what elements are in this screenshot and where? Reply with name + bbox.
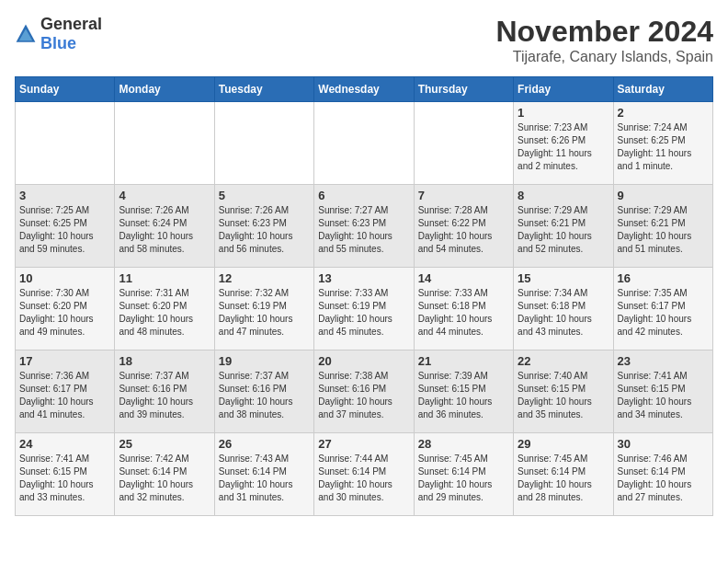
- day-info: Sunrise: 7:40 AM Sunset: 6:15 PM Dayligh…: [518, 370, 609, 421]
- weekday-header-wednesday: Wednesday: [314, 77, 414, 102]
- page-header: General Blue November 2024 Tijarafe, Can…: [15, 15, 713, 65]
- weekday-header-monday: Monday: [115, 77, 214, 102]
- day-number: 30: [618, 437, 709, 451]
- weekday-header-saturday: Saturday: [613, 77, 712, 102]
- calendar-cell: 19Sunrise: 7:37 AM Sunset: 6:16 PM Dayli…: [214, 350, 313, 433]
- calendar-cell: 17Sunrise: 7:36 AM Sunset: 6:17 PM Dayli…: [16, 350, 115, 433]
- logo: General Blue: [15, 15, 102, 53]
- calendar-cell: 28Sunrise: 7:45 AM Sunset: 6:14 PM Dayli…: [414, 433, 513, 516]
- day-info: Sunrise: 7:39 AM Sunset: 6:15 PM Dayligh…: [418, 370, 509, 421]
- day-number: 18: [119, 354, 210, 368]
- calendar-week-5: 24Sunrise: 7:41 AM Sunset: 6:15 PM Dayli…: [16, 433, 713, 516]
- calendar-week-1: 1Sunrise: 7:23 AM Sunset: 6:26 PM Daylig…: [16, 102, 713, 185]
- day-info: Sunrise: 7:25 AM Sunset: 6:25 PM Dayligh…: [19, 204, 110, 256]
- calendar-cell: 5Sunrise: 7:26 AM Sunset: 6:23 PM Daylig…: [214, 185, 313, 268]
- calendar-cell: 12Sunrise: 7:32 AM Sunset: 6:19 PM Dayli…: [214, 268, 313, 350]
- calendar-cell: 30Sunrise: 7:46 AM Sunset: 6:14 PM Dayli…: [613, 433, 712, 516]
- calendar-table: SundayMondayTuesdayWednesdayThursdayFrid…: [15, 76, 713, 516]
- day-info: Sunrise: 7:33 AM Sunset: 6:18 PM Dayligh…: [418, 287, 509, 339]
- calendar-cell: 4Sunrise: 7:26 AM Sunset: 6:24 PM Daylig…: [115, 185, 214, 268]
- day-info: Sunrise: 7:45 AM Sunset: 6:14 PM Dayligh…: [518, 453, 609, 504]
- day-number: 4: [119, 189, 210, 202]
- day-info: Sunrise: 7:41 AM Sunset: 6:15 PM Dayligh…: [19, 453, 110, 504]
- calendar-cell: 21Sunrise: 7:39 AM Sunset: 6:15 PM Dayli…: [414, 350, 513, 433]
- day-number: 27: [318, 437, 409, 451]
- day-number: 19: [219, 354, 310, 368]
- day-number: 20: [318, 354, 409, 368]
- day-number: 13: [318, 271, 409, 285]
- day-number: 14: [418, 271, 509, 285]
- day-info: Sunrise: 7:42 AM Sunset: 6:14 PM Dayligh…: [119, 453, 210, 504]
- logo-text-blue: Blue: [40, 34, 76, 52]
- calendar-cell: 7Sunrise: 7:28 AM Sunset: 6:22 PM Daylig…: [414, 185, 513, 268]
- day-info: Sunrise: 7:41 AM Sunset: 6:15 PM Dayligh…: [618, 370, 709, 421]
- day-number: 15: [518, 271, 609, 285]
- calendar-cell: 11Sunrise: 7:31 AM Sunset: 6:20 PM Dayli…: [115, 268, 214, 350]
- day-info: Sunrise: 7:28 AM Sunset: 6:22 PM Dayligh…: [418, 204, 509, 256]
- location-title: Tijarafe, Canary Islands, Spain: [495, 49, 713, 65]
- weekday-header-sunday: Sunday: [16, 77, 115, 102]
- calendar-week-2: 3Sunrise: 7:25 AM Sunset: 6:25 PM Daylig…: [16, 185, 713, 268]
- day-number: 2: [618, 106, 709, 120]
- calendar-cell: 24Sunrise: 7:41 AM Sunset: 6:15 PM Dayli…: [16, 433, 115, 516]
- calendar-cell: 1Sunrise: 7:23 AM Sunset: 6:26 PM Daylig…: [514, 102, 613, 185]
- day-number: 12: [219, 271, 310, 285]
- day-number: 29: [518, 437, 609, 451]
- calendar-cell: 16Sunrise: 7:35 AM Sunset: 6:17 PM Dayli…: [613, 268, 712, 350]
- day-number: 28: [418, 437, 509, 451]
- calendar-cell: 14Sunrise: 7:33 AM Sunset: 6:18 PM Dayli…: [414, 268, 513, 350]
- calendar-cell: [314, 102, 414, 185]
- day-info: Sunrise: 7:26 AM Sunset: 6:23 PM Dayligh…: [219, 204, 310, 256]
- logo-text-general: General: [40, 15, 102, 33]
- day-info: Sunrise: 7:34 AM Sunset: 6:18 PM Dayligh…: [518, 287, 609, 339]
- day-number: 11: [119, 271, 210, 285]
- day-info: Sunrise: 7:30 AM Sunset: 6:20 PM Dayligh…: [19, 287, 110, 339]
- calendar-cell: 13Sunrise: 7:33 AM Sunset: 6:19 PM Dayli…: [314, 268, 414, 350]
- calendar-cell: 9Sunrise: 7:29 AM Sunset: 6:21 PM Daylig…: [613, 185, 712, 268]
- month-title: November 2024: [495, 15, 713, 49]
- day-number: 5: [219, 189, 310, 202]
- calendar-cell: 27Sunrise: 7:44 AM Sunset: 6:14 PM Dayli…: [314, 433, 414, 516]
- calendar-cell: 10Sunrise: 7:30 AM Sunset: 6:20 PM Dayli…: [16, 268, 115, 350]
- day-info: Sunrise: 7:29 AM Sunset: 6:21 PM Dayligh…: [618, 204, 709, 256]
- day-info: Sunrise: 7:26 AM Sunset: 6:24 PM Dayligh…: [119, 204, 210, 256]
- calendar-cell: 26Sunrise: 7:43 AM Sunset: 6:14 PM Dayli…: [214, 433, 313, 516]
- day-info: Sunrise: 7:33 AM Sunset: 6:19 PM Dayligh…: [318, 287, 409, 339]
- calendar-cell: 18Sunrise: 7:37 AM Sunset: 6:16 PM Dayli…: [115, 350, 214, 433]
- day-number: 23: [618, 354, 709, 368]
- day-info: Sunrise: 7:29 AM Sunset: 6:21 PM Dayligh…: [518, 204, 609, 256]
- day-info: Sunrise: 7:35 AM Sunset: 6:17 PM Dayligh…: [618, 287, 709, 339]
- calendar-week-3: 10Sunrise: 7:30 AM Sunset: 6:20 PM Dayli…: [16, 268, 713, 350]
- calendar-cell: 20Sunrise: 7:38 AM Sunset: 6:16 PM Dayli…: [314, 350, 414, 433]
- day-info: Sunrise: 7:32 AM Sunset: 6:19 PM Dayligh…: [219, 287, 310, 339]
- calendar-cell: 8Sunrise: 7:29 AM Sunset: 6:21 PM Daylig…: [514, 185, 613, 268]
- logo-icon: [15, 23, 37, 45]
- day-info: Sunrise: 7:27 AM Sunset: 6:23 PM Dayligh…: [318, 204, 409, 256]
- day-number: 25: [119, 437, 210, 451]
- calendar-cell: 29Sunrise: 7:45 AM Sunset: 6:14 PM Dayli…: [514, 433, 613, 516]
- day-info: Sunrise: 7:37 AM Sunset: 6:16 PM Dayligh…: [119, 370, 210, 421]
- day-number: 8: [518, 189, 609, 202]
- weekday-header-thursday: Thursday: [414, 77, 513, 102]
- title-block: November 2024 Tijarafe, Canary Islands, …: [495, 15, 713, 65]
- day-info: Sunrise: 7:23 AM Sunset: 6:26 PM Dayligh…: [518, 121, 609, 173]
- day-number: 1: [518, 106, 609, 120]
- day-number: 26: [219, 437, 310, 451]
- day-info: Sunrise: 7:43 AM Sunset: 6:14 PM Dayligh…: [219, 453, 310, 504]
- day-number: 17: [19, 354, 110, 368]
- weekday-header-tuesday: Tuesday: [214, 77, 313, 102]
- calendar-cell: 25Sunrise: 7:42 AM Sunset: 6:14 PM Dayli…: [115, 433, 214, 516]
- day-number: 6: [318, 189, 409, 202]
- day-info: Sunrise: 7:38 AM Sunset: 6:16 PM Dayligh…: [318, 370, 409, 421]
- day-number: 21: [418, 354, 509, 368]
- day-info: Sunrise: 7:45 AM Sunset: 6:14 PM Dayligh…: [418, 453, 509, 504]
- day-number: 9: [618, 189, 709, 202]
- calendar-cell: [414, 102, 513, 185]
- day-number: 7: [418, 189, 509, 202]
- calendar-cell: [214, 102, 313, 185]
- calendar-cell: 6Sunrise: 7:27 AM Sunset: 6:23 PM Daylig…: [314, 185, 414, 268]
- day-number: 3: [19, 189, 110, 202]
- weekday-header-friday: Friday: [514, 77, 613, 102]
- calendar-cell: [115, 102, 214, 185]
- day-info: Sunrise: 7:46 AM Sunset: 6:14 PM Dayligh…: [618, 453, 709, 504]
